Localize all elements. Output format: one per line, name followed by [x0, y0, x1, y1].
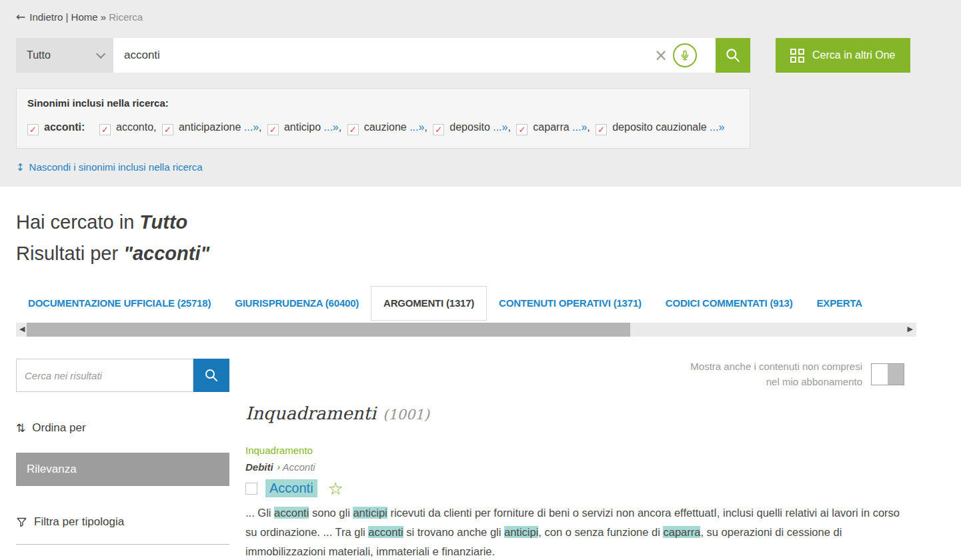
search-other-one-button[interactable]: Cerca in altri One — [776, 38, 910, 73]
toggle-track — [888, 364, 904, 385]
search-icon — [724, 47, 742, 64]
path-separator: › — [276, 461, 280, 473]
synonym-label: deposito cauzionale — [612, 121, 706, 133]
results-section: Hai cercato in Tutto Risultati per "acco… — [0, 207, 961, 560]
synonym-checkbox[interactable]: ✓ — [99, 124, 111, 135]
snippet-text: si trovano anche gli — [403, 526, 504, 538]
synonym-label: cauzione — [364, 121, 407, 133]
synonym-checkbox[interactable]: ✓ — [267, 124, 279, 135]
breadcrumb-separator: | — [65, 11, 68, 23]
synonym-label: caparra — [533, 121, 569, 133]
searched-scope: Tutto — [139, 211, 187, 233]
chevron-down-icon — [96, 49, 105, 59]
scroll-left-icon[interactable]: ◀ — [19, 325, 25, 333]
synonym-label: anticipazione — [179, 121, 241, 133]
result-item: Inquadramento Debiti › Acconti Acconti ☆… — [245, 445, 904, 560]
synonym-root-checkbox[interactable]: ✓ — [27, 124, 39, 135]
tab-experta[interactable]: EXPERTA — [805, 287, 874, 320]
synonym-more-link[interactable]: ...» — [570, 121, 588, 133]
searched-term: "acconti" — [123, 243, 209, 264]
search-other-one-label: Cerca in altri One — [812, 49, 896, 61]
tab-giurisprudenza[interactable]: GIURISPRUDENZA (60400) — [223, 287, 371, 320]
microphone-icon[interactable] — [673, 43, 697, 67]
tab-contenuti-operativi[interactable]: CONTENUTI OPERATIVI (1371) — [487, 287, 654, 320]
result-type-label: Inquadramento — [245, 445, 904, 456]
synonym-label: acconto — [116, 121, 153, 133]
synonym-checkbox[interactable]: ✓ — [347, 124, 359, 135]
sort-arrows-icon: ⇅ — [16, 421, 25, 435]
search-input[interactable] — [113, 38, 716, 73]
result-title-row: Acconti ☆ — [245, 479, 904, 497]
synonym-item: ✓caparra ...», — [516, 121, 593, 133]
sidebar-divider — [16, 544, 229, 545]
synonym-checkbox[interactable]: ✓ — [433, 124, 444, 135]
tabs-scrollbar[interactable]: ◀ ▶ — [16, 323, 916, 337]
sort-option-rilevanza[interactable]: Rilevanza — [16, 453, 229, 486]
toggle-knob — [872, 364, 888, 385]
breadcrumb-home[interactable]: Home — [71, 11, 98, 23]
result-path-leaf: Acconti — [282, 461, 315, 473]
synonym-more-link[interactable]: ...» — [321, 121, 339, 133]
synonym-checkbox[interactable]: ✓ — [516, 124, 528, 135]
result-title-link[interactable]: Acconti — [265, 479, 317, 497]
breadcrumb-back[interactable]: Indietro — [29, 11, 63, 23]
synonym-item: ✓cauzione ...», — [347, 121, 431, 133]
snippet-text: ... Gli — [245, 507, 274, 519]
synonym-list: ✓acconto, ✓anticipazione ...», ✓anticipo… — [99, 115, 739, 139]
results-header: Hai cercato in Tutto Risultati per "acco… — [16, 207, 945, 269]
breadcrumb-current: Ricerca — [109, 11, 143, 23]
apps-grid-icon — [790, 49, 804, 63]
results-main: Mostra anche i contenuti non compresi ne… — [245, 359, 904, 560]
search-scope-value: Tutto — [27, 49, 51, 61]
search-scope-select[interactable]: Tutto — [16, 38, 113, 73]
updown-arrow-icon: ↕ — [16, 161, 25, 173]
subscription-toggle-row: Mostra anche i contenuti non compresi ne… — [245, 359, 904, 389]
synonym-label: anticipo — [284, 121, 321, 133]
synonym-more-link[interactable]: ...» — [490, 121, 508, 133]
synonym-label: deposito — [449, 121, 490, 133]
hide-synonyms-link[interactable]: ↕Nascondi i sinonimi inclusi nella ricer… — [16, 149, 945, 187]
category-tabs: DOCUMENTAZIONE UFFICIALE (25718)GIURISPR… — [16, 286, 950, 321]
snippet-highlight: anticipi — [353, 507, 387, 519]
synonyms-title: Sinonimi inclusi nella ricerca: — [27, 97, 739, 109]
synonym-more-link[interactable]: ...» — [407, 121, 425, 133]
scrollbar-thumb[interactable] — [27, 323, 630, 337]
back-arrow-icon[interactable]: ← — [16, 10, 25, 23]
section-count: (1001) — [383, 407, 429, 423]
scroll-right-icon[interactable]: ▶ — [908, 325, 913, 333]
snippet-text: sono gli — [309, 507, 353, 519]
tab-codici-commentati[interactable]: CODICI COMMENTATI (913) — [654, 287, 805, 320]
funnel-icon — [16, 517, 27, 528]
synonym-root: ✓acconti: — [27, 115, 99, 139]
clear-search-icon[interactable]: × — [654, 47, 668, 64]
refine-search-button[interactable] — [193, 359, 229, 392]
refine-search-input[interactable] — [16, 359, 193, 392]
synonym-checkbox[interactable]: ✓ — [162, 124, 173, 135]
search-icon — [203, 367, 219, 383]
synonym-item: ✓anticipazione ...», — [162, 121, 265, 133]
result-checkbox[interactable] — [245, 483, 257, 495]
content-row: ⇅ Ordina per Rilevanza Filtra per tipolo… — [16, 359, 945, 560]
snippet-highlight: acconti — [368, 526, 403, 538]
subscription-toggle[interactable] — [871, 363, 904, 385]
synonym-more-link[interactable]: ...» — [707, 121, 725, 133]
refine-search-box — [16, 359, 229, 392]
synonyms-row: ✓acconti: ✓acconto, ✓anticipazione ...»,… — [27, 115, 739, 139]
favorite-star-icon[interactable]: ☆ — [328, 480, 343, 497]
search-button[interactable] — [716, 38, 750, 73]
order-by-label: ⇅ Ordina per — [16, 421, 229, 435]
search-input-wrap: × — [113, 38, 716, 73]
subscription-toggle-label: Mostra anche i contenuti non compresi ne… — [690, 359, 862, 389]
synonym-checkbox[interactable]: ✓ — [596, 124, 607, 135]
synonym-more-link[interactable]: ...» — [241, 121, 259, 133]
tab-documentazione-ufficiale[interactable]: DOCUMENTAZIONE UFFICIALE (25718) — [16, 287, 223, 320]
snippet-text: , con o senza funzione di — [538, 526, 663, 538]
filter-by-type-label[interactable]: Filtra per tipologia — [16, 515, 229, 529]
synonyms-panel: Sinonimi inclusi nella ricerca: ✓acconti… — [16, 88, 750, 149]
snippet-highlight: anticipi — [504, 526, 538, 538]
synonym-root-label: acconti: — [44, 121, 85, 133]
breadcrumb-raquo: » — [101, 11, 106, 23]
snippet-highlight: acconti — [274, 507, 309, 519]
result-path-root: Debiti — [245, 461, 273, 473]
tab-argomenti[interactable]: ARGOMENTI (1317) — [371, 286, 487, 321]
